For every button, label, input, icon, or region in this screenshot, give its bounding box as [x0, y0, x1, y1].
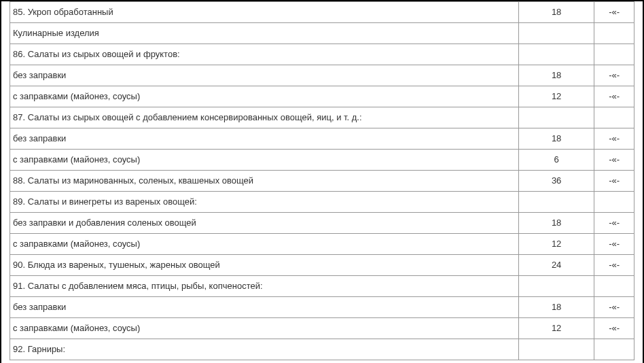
cell-mark: -«- — [594, 171, 634, 192]
cell-name: с заправками (майонез, соусы) — [10, 150, 519, 171]
cell-mark — [594, 23, 634, 44]
cell-name: Кулинарные изделия — [10, 23, 519, 44]
cell-mark: -«- — [594, 318, 634, 339]
cell-value: 18 — [518, 213, 594, 234]
table-row: 87. Салаты из сырых овощей с добавлением… — [10, 107, 634, 128]
table-row: без заправки 18 -«- — [10, 65, 634, 86]
cell-mark: -«- — [594, 128, 634, 150]
cell-name: без заправки и добавления соленых овощей — [10, 213, 519, 234]
cell-mark: -«- — [594, 297, 634, 318]
cell-value: 12 — [518, 86, 594, 107]
cell-name: 88. Салаты из маринованных, соленых, ква… — [10, 171, 519, 192]
table-row: без заправки 18 -«- — [10, 297, 634, 318]
cell-value — [518, 44, 594, 65]
cell-name: 85. Укроп обработанный — [10, 2, 519, 23]
cell-name: 91. Салаты с добавлением мяса, птицы, ры… — [10, 276, 519, 297]
table-row: с заправками (майонез, соусы) 6 -«- — [10, 150, 634, 171]
cell-value: 24 — [518, 255, 594, 276]
table-row: 90. Блюда из вареных, тушеных, жареных о… — [10, 255, 634, 276]
cell-name: 92. Гарниры: — [10, 339, 519, 360]
cell-mark — [594, 107, 634, 128]
table-row: с заправками (майонез, соусы) 12 -«- — [10, 86, 634, 107]
table-body: 85. Укроп обработанный 18 -«- Кулинарные… — [10, 2, 634, 360]
table-row: 85. Укроп обработанный 18 -«- — [10, 2, 634, 23]
cell-mark: -«- — [594, 150, 634, 171]
cell-mark: -«- — [594, 86, 634, 107]
cell-value: 12 — [518, 234, 594, 255]
cell-mark: -«- — [594, 213, 634, 234]
table-row: 91. Салаты с добавлением мяса, птицы, ры… — [10, 276, 634, 297]
table-row: 88. Салаты из маринованных, соленых, ква… — [10, 171, 634, 192]
cell-value: 18 — [518, 297, 594, 318]
cell-value — [518, 276, 594, 297]
cell-mark: -«- — [594, 255, 634, 276]
table-row: без заправки и добавления соленых овощей… — [10, 213, 634, 234]
cell-value: 18 — [518, 128, 594, 150]
cell-value — [518, 23, 594, 44]
cell-value — [518, 107, 594, 128]
table-row: с заправками (майонез, соусы) 12 -«- — [10, 234, 634, 255]
cell-value: 6 — [518, 150, 594, 171]
cell-value: 18 — [518, 2, 594, 23]
table-row: 92. Гарниры: — [10, 339, 634, 360]
cell-name: 86. Салаты из сырых овощей и фруктов: — [10, 44, 519, 65]
cell-name: без заправки — [10, 297, 519, 318]
cell-value: 12 — [518, 318, 594, 339]
document-page: 85. Укроп обработанный 18 -«- Кулинарные… — [0, 0, 644, 363]
cell-name: с заправками (майонез, соусы) — [10, 318, 519, 339]
cell-value — [518, 339, 594, 360]
cell-name: с заправками (майонез, соусы) — [10, 234, 519, 255]
cell-mark — [594, 339, 634, 360]
data-table: 85. Укроп обработанный 18 -«- Кулинарные… — [10, 1, 634, 360]
table-row: 86. Салаты из сырых овощей и фруктов: — [10, 44, 634, 65]
cell-name: с заправками (майонез, соусы) — [10, 86, 519, 107]
cell-mark: -«- — [594, 2, 634, 23]
table-row: с заправками (майонез, соусы) 12 -«- — [10, 318, 634, 339]
cell-mark — [594, 192, 634, 213]
cell-mark: -«- — [594, 234, 634, 255]
cell-value: 36 — [518, 171, 594, 192]
cell-mark — [594, 276, 634, 297]
table-row: Кулинарные изделия — [10, 23, 634, 44]
cell-mark — [594, 44, 634, 65]
cell-mark: -«- — [594, 65, 634, 86]
table-row: 89. Салаты и винегреты из вареных овощей… — [10, 192, 634, 213]
cell-name: 87. Салаты из сырых овощей с добавлением… — [10, 107, 519, 128]
cell-value — [518, 192, 594, 213]
cell-value: 18 — [518, 65, 594, 86]
cell-name: 89. Салаты и винегреты из вареных овощей… — [10, 192, 519, 213]
cell-name: без заправки — [10, 65, 519, 86]
cell-name: 90. Блюда из вареных, тушеных, жареных о… — [10, 255, 519, 276]
table-row: без заправки 18 -«- — [10, 128, 634, 150]
cell-name: без заправки — [10, 128, 519, 150]
